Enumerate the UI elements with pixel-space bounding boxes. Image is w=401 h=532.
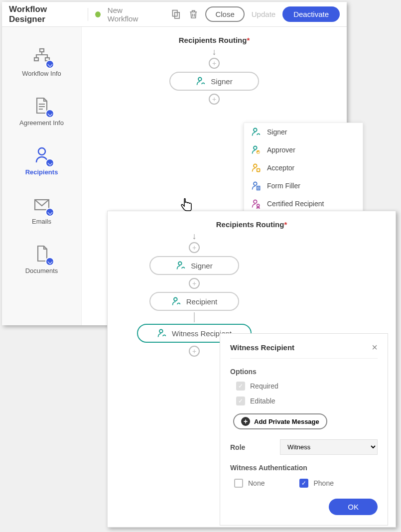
role-option-label: Signer xyxy=(267,128,287,136)
role-select[interactable]: Witness xyxy=(280,439,378,455)
role-option-approver[interactable]: Approver xyxy=(244,141,363,159)
svg-point-18 xyxy=(178,262,182,266)
signer-icon xyxy=(196,76,206,86)
options-label: Options xyxy=(230,368,378,376)
required-checkbox: ✓ xyxy=(236,382,245,391)
witness-icon xyxy=(157,328,167,338)
svg-point-15 xyxy=(254,200,257,204)
add-step-button[interactable]: + xyxy=(189,242,200,253)
svg-point-13 xyxy=(254,182,257,186)
auth-phone-checkbox[interactable]: ✓ xyxy=(299,479,308,488)
close-icon[interactable]: × xyxy=(372,342,378,353)
signer-node[interactable]: Signer xyxy=(169,72,259,91)
role-label: Role xyxy=(230,443,270,451)
node-label: Recipient xyxy=(186,297,218,306)
sidebar-item-label: Recipients xyxy=(25,168,58,176)
agreement-info-icon xyxy=(31,95,52,116)
sidebar-item-recipients[interactable]: Recipients xyxy=(2,135,81,185)
role-option-label: Certified Recipient xyxy=(267,200,324,208)
certified-icon xyxy=(251,199,261,209)
role-option-certified[interactable]: Certified Recipient xyxy=(244,195,363,213)
acceptor-icon xyxy=(251,163,261,173)
workflow-detail-window: Recipients Routing* ↓ + Signer + Recipie… xyxy=(107,211,396,528)
role-option-acceptor[interactable]: Acceptor xyxy=(244,159,363,177)
panel-title: Witness Recipient xyxy=(230,343,294,352)
app-title: Workflow Designer xyxy=(9,4,81,24)
sidebar-item-workflow-info[interactable]: Workflow Info xyxy=(2,37,81,86)
update-button: Update xyxy=(252,10,275,18)
signer-icon xyxy=(251,127,261,137)
svg-point-9 xyxy=(254,146,257,150)
properties-panel: Witness Recipient × Options ✓ Required ✓… xyxy=(220,333,388,526)
status-dot-icon xyxy=(95,11,101,17)
trash-icon[interactable] xyxy=(188,9,199,20)
add-step-button[interactable]: + xyxy=(189,278,200,289)
deactivate-button[interactable]: Deactivate xyxy=(282,6,340,22)
auth-label: Witness Authentication xyxy=(230,464,378,472)
ok-button[interactable]: OK xyxy=(329,499,378,515)
routing-title: Recipients Routing* xyxy=(82,36,347,44)
role-option-label: Approver xyxy=(267,146,295,154)
recipient-icon xyxy=(171,296,181,306)
svg-rect-3 xyxy=(34,58,38,61)
sidebar-item-label: Emails xyxy=(32,218,51,225)
signer-icon xyxy=(176,261,186,270)
required-label: Required xyxy=(250,382,278,390)
add-step-button[interactable]: + xyxy=(209,58,220,69)
workflow-status: New Workflow xyxy=(108,6,152,23)
emails-icon xyxy=(31,194,52,215)
svg-point-5 xyxy=(38,148,45,155)
role-option-label: Form Filler xyxy=(267,182,300,190)
pointer-cursor-icon xyxy=(178,197,194,213)
add-step-button[interactable]: + xyxy=(209,94,220,105)
recipients-icon xyxy=(31,144,52,165)
svg-rect-12 xyxy=(257,169,260,172)
sidebar-item-agreement-info[interactable]: Agreement Info xyxy=(2,86,81,135)
node-label: Signer xyxy=(191,262,212,270)
approver-icon xyxy=(251,145,261,155)
svg-point-19 xyxy=(174,298,177,301)
connector-line xyxy=(194,312,195,322)
svg-point-11 xyxy=(254,164,257,168)
arrow-down-icon: ↓ xyxy=(192,232,197,241)
sidebar-item-label: Agreement Info xyxy=(19,119,64,127)
close-button[interactable]: Close xyxy=(205,6,244,22)
auth-phone-label: Phone xyxy=(313,479,333,487)
plus-icon: + xyxy=(241,417,250,426)
arrow-down-icon: ↓ xyxy=(212,47,217,56)
add-private-label: Add Private Message xyxy=(254,418,319,425)
editable-label: Editable xyxy=(250,397,275,405)
svg-point-7 xyxy=(198,78,202,81)
add-step-button[interactable]: + xyxy=(189,346,200,357)
routing-title: Recipients Routing* xyxy=(108,220,396,229)
svg-point-16 xyxy=(257,204,260,207)
sidebar-item-label: Workflow Info xyxy=(22,70,61,77)
sidebar-item-emails[interactable]: Emails xyxy=(2,185,81,234)
top-toolbar: Workflow Designer New Workflow Close Upd… xyxy=(2,2,347,27)
auth-none-checkbox[interactable] xyxy=(234,479,243,488)
svg-rect-2 xyxy=(40,49,44,52)
recipient-node[interactable]: Recipient xyxy=(149,292,239,311)
svg-point-8 xyxy=(254,129,257,132)
node-label: Signer xyxy=(211,77,232,86)
auth-none-label: None xyxy=(248,479,265,487)
add-private-message-button[interactable]: + Add Private Message xyxy=(233,413,327,429)
signer-node[interactable]: Signer xyxy=(149,256,239,275)
editable-checkbox: ✓ xyxy=(236,397,245,405)
role-option-label: Acceptor xyxy=(267,164,294,172)
role-option-form-filler[interactable]: Form Filler xyxy=(244,177,363,195)
form-filler-icon xyxy=(251,181,261,191)
role-option-signer[interactable]: Signer xyxy=(244,123,363,141)
copy-icon[interactable] xyxy=(171,9,181,20)
svg-rect-14 xyxy=(257,186,260,190)
svg-point-20 xyxy=(159,330,163,333)
divider xyxy=(88,8,88,21)
workflow-info-icon xyxy=(31,46,52,67)
